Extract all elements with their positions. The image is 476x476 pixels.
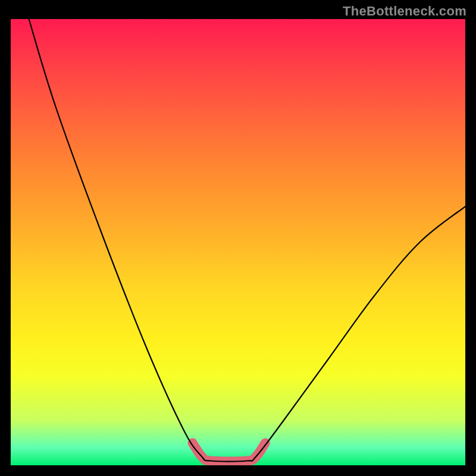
bottleneck-curve xyxy=(29,19,465,462)
chart-svg xyxy=(11,19,465,465)
chart-container: TheBottleneck.com xyxy=(0,0,476,476)
attribution-label: TheBottleneck.com xyxy=(343,4,466,19)
plot-area xyxy=(11,19,465,465)
